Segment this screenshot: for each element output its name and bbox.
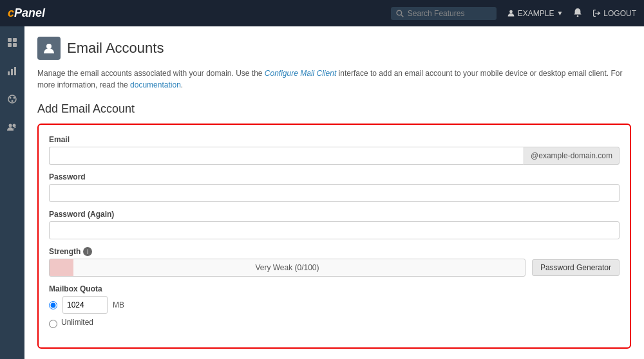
mailbox-quota-group: Mailbox Quota MB Unlimited: [49, 284, 620, 329]
sidebar-item-grid[interactable]: [3, 33, 22, 52]
svg-point-2: [509, 10, 513, 14]
svg-rect-7: [8, 43, 12, 47]
email-group: Email @example-domain.com: [49, 135, 620, 165]
quota-row: MB: [49, 296, 620, 314]
add-email-form: Email @example-domain.com Password Passw…: [37, 124, 631, 349]
svg-point-13: [10, 97, 12, 99]
search-icon: [396, 10, 404, 17]
search-box[interactable]: [391, 7, 497, 20]
chevron-down-icon: ▼: [556, 10, 563, 17]
svg-rect-6: [13, 38, 17, 42]
navbar-right: EXAMPLE ▼ LOGOUT: [391, 7, 636, 20]
quota-unit-label: MB: [113, 300, 124, 309]
navbar: cPanel EXAMPLE ▼: [0, 0, 644, 26]
page-description: Manage the email accounts associated wit…: [37, 68, 631, 91]
svg-line-1: [401, 14, 403, 16]
sidebar-item-users[interactable]: [3, 118, 22, 137]
configure-mail-client-link[interactable]: Configure Mail Client: [265, 69, 336, 78]
logout-label: LOGOUT: [603, 9, 636, 18]
svg-rect-5: [8, 38, 12, 42]
sidebar-item-themes[interactable]: [3, 89, 22, 109]
strength-row: Very Weak (0/100) Password Generator: [49, 259, 620, 277]
password-again-label: Password (Again): [49, 210, 620, 219]
quota-unlimited-radio[interactable]: [49, 320, 57, 328]
app-layout: Email Accounts Manage the email accounts…: [0, 26, 644, 359]
logout-button[interactable]: LOGOUT: [592, 9, 636, 18]
email-input[interactable]: [49, 147, 524, 165]
email-label: Email: [49, 135, 620, 144]
page-title: Email Accounts: [67, 40, 164, 57]
svg-point-0: [397, 10, 402, 15]
strength-group: Strength i Very Weak (0/100) Password Ge…: [49, 247, 620, 277]
strength-text: Very Weak (0/100): [255, 263, 319, 272]
user-menu[interactable]: EXAMPLE ▼: [507, 9, 564, 18]
notifications-icon[interactable]: [573, 8, 582, 19]
svg-point-16: [9, 124, 12, 127]
email-row: @example-domain.com: [49, 147, 620, 165]
user-icon: [507, 9, 515, 17]
logout-icon: [592, 9, 601, 17]
password-input[interactable]: [49, 184, 620, 202]
quota-mb-radio[interactable]: [49, 301, 57, 309]
svg-point-17: [13, 124, 16, 127]
section-title: Add Email Account: [37, 102, 631, 116]
page-icon: [37, 37, 61, 60]
palette-icon: [7, 94, 17, 104]
svg-point-3: [577, 15, 579, 17]
grid-icon: [7, 37, 17, 48]
svg-point-14: [14, 97, 15, 99]
password-label: Password: [49, 172, 620, 181]
documentation-link[interactable]: documentation: [130, 80, 181, 89]
quota-value-input[interactable]: [62, 296, 108, 314]
password-group: Password: [49, 172, 620, 202]
page-header: Email Accounts: [37, 37, 631, 60]
svg-rect-8: [13, 43, 17, 47]
email-accounts-icon: [43, 42, 55, 55]
strength-info-icon[interactable]: i: [83, 247, 92, 256]
sidebar-item-stats[interactable]: [3, 61, 22, 80]
strength-label-row: Strength i: [49, 247, 620, 256]
main-content: Email Accounts Manage the email accounts…: [24, 26, 644, 359]
svg-rect-9: [8, 71, 10, 75]
unlimited-row: Unlimited: [49, 318, 620, 329]
strength-bar: Very Weak (0/100): [49, 259, 526, 277]
svg-rect-10: [11, 69, 13, 75]
brand-logo: cPanel: [8, 6, 45, 20]
bar-chart-icon: [7, 66, 17, 76]
strength-label: Strength: [49, 247, 80, 256]
username-label: EXAMPLE: [518, 9, 554, 18]
svg-rect-11: [14, 67, 16, 75]
password-again-group: Password (Again): [49, 210, 620, 239]
mailbox-quota-label: Mailbox Quota: [49, 284, 620, 293]
unlimited-label: Unlimited: [61, 318, 93, 327]
svg-point-18: [46, 44, 52, 49]
users-icon: [7, 122, 17, 133]
strength-bar-fill: [50, 259, 73, 276]
search-input[interactable]: [408, 9, 491, 18]
svg-point-15: [12, 100, 14, 102]
password-again-input[interactable]: [49, 221, 620, 239]
password-generator-button[interactable]: Password Generator: [532, 259, 620, 276]
sidebar: [0, 26, 24, 359]
email-domain-badge: @example-domain.com: [524, 147, 620, 165]
bell-icon: [573, 8, 582, 17]
